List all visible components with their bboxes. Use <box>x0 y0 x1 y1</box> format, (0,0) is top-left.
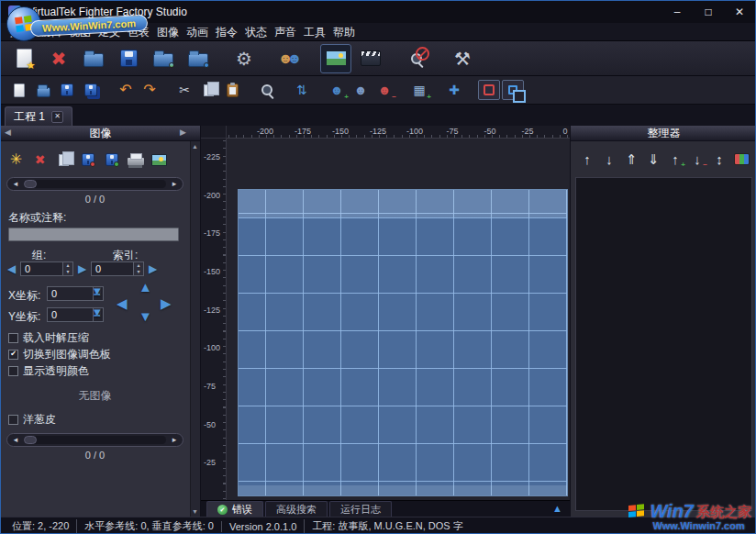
minimize-button[interactable]: – <box>662 1 693 23</box>
save-sprite-button[interactable] <box>77 150 98 170</box>
add-group-button[interactable]: + <box>408 80 430 100</box>
checkbox-box[interactable] <box>8 333 18 343</box>
menu-help[interactable]: 帮助 <box>329 23 359 41</box>
slider-left-button[interactable] <box>9 180 22 188</box>
print-sprite-button[interactable] <box>125 150 146 170</box>
open-files-button[interactable] <box>148 44 179 73</box>
duplicate-sprite-button[interactable] <box>53 150 74 170</box>
tab-close-icon[interactable] <box>51 111 63 123</box>
characters-button[interactable] <box>274 44 306 73</box>
project-tab[interactable]: 工程 1 <box>5 106 72 126</box>
nudge-down-button[interactable] <box>139 309 152 323</box>
move-to-top-button[interactable] <box>622 150 640 168</box>
scroll-up-icon[interactable] <box>552 504 562 514</box>
save-file-button[interactable] <box>56 80 78 100</box>
checkbox-decompress[interactable]: 载入时解压缩 <box>8 331 200 344</box>
menu-view[interactable]: 视图 <box>65 23 94 41</box>
save-sprite-as-button[interactable] <box>101 150 122 170</box>
save-all-button[interactable] <box>80 80 102 100</box>
spinner-arrows[interactable] <box>93 308 103 321</box>
cut-button[interactable] <box>173 80 195 100</box>
organizer-list[interactable] <box>575 177 752 511</box>
search-button[interactable] <box>401 44 432 73</box>
delete-sprite-button[interactable]: − <box>373 80 395 100</box>
slider-right-button[interactable] <box>168 436 181 444</box>
x-spinner[interactable]: 0 <box>47 286 104 301</box>
sprite-canvas[interactable] <box>238 189 568 496</box>
maximize-button[interactable]: □ <box>693 1 724 23</box>
shift-down-button[interactable]: − <box>688 150 706 168</box>
checkbox-transparent[interactable]: 显示透明颜色 <box>8 364 200 377</box>
move-up-button[interactable] <box>578 150 596 168</box>
settings-button[interactable] <box>228 44 260 73</box>
close-button[interactable]: ✕ <box>724 1 755 23</box>
menu-tools[interactable]: 工具 <box>300 23 329 41</box>
group-spinner[interactable]: 0 <box>20 261 73 276</box>
spinner-arrows[interactable] <box>133 262 143 275</box>
spin-down-icon[interactable] <box>63 269 72 275</box>
spin-down-icon[interactable] <box>94 308 101 315</box>
spin-down-icon[interactable] <box>134 269 143 275</box>
save-project-button[interactable] <box>113 44 144 73</box>
scroll-down-icon[interactable] <box>192 508 198 515</box>
checkbox-box-checked[interactable] <box>8 350 18 360</box>
zoom-button[interactable] <box>256 80 278 100</box>
open-project-button[interactable] <box>78 44 109 73</box>
spinner-arrows[interactable] <box>62 262 72 275</box>
spin-down-icon[interactable] <box>94 287 101 294</box>
undo-button[interactable] <box>115 80 137 100</box>
sprite-slider[interactable] <box>6 177 183 191</box>
save-files-button[interactable] <box>183 44 214 73</box>
scroll-up-icon[interactable] <box>192 143 198 150</box>
checkbox-box[interactable] <box>8 366 18 376</box>
overlay-next-button[interactable] <box>502 80 524 100</box>
slider-thumb[interactable] <box>24 436 37 444</box>
overlay-previous-button[interactable] <box>478 80 500 100</box>
checkbox-onion[interactable]: 洋葱皮 <box>8 413 200 426</box>
nudge-left-button[interactable] <box>117 296 128 310</box>
slider-track[interactable] <box>24 180 166 188</box>
tools-button[interactable] <box>447 44 478 73</box>
new-file-button[interactable] <box>8 80 30 100</box>
move-down-button[interactable] <box>600 150 618 168</box>
delete-sprite-button[interactable] <box>29 150 50 170</box>
name-input[interactable] <box>8 228 179 241</box>
checkbox-palette[interactable]: 切换到图像调色板 <box>8 348 200 361</box>
onion-slider[interactable] <box>6 433 183 447</box>
export-image-button[interactable] <box>149 150 170 170</box>
add-sprites-button[interactable] <box>6 150 27 170</box>
slider-left-button[interactable] <box>9 436 22 444</box>
add-sprite-button[interactable]: + <box>326 80 348 100</box>
slider-thumb[interactable] <box>24 180 37 188</box>
menu-palettes[interactable]: 色表 <box>124 23 153 41</box>
y-spinner[interactable]: 0 <box>47 307 104 322</box>
tab-advanced-search[interactable]: 高级搜索 <box>265 501 328 517</box>
menu-animations[interactable]: 动画 <box>183 23 212 41</box>
spin-up-icon[interactable] <box>134 262 143 269</box>
index-spinner[interactable]: 0 <box>91 261 144 276</box>
menu-edit[interactable]: 编辑 <box>36 23 65 41</box>
slider-right-button[interactable] <box>168 180 181 188</box>
slider-track[interactable] <box>24 436 166 444</box>
crosshair-button[interactable] <box>443 80 465 100</box>
close-project-button[interactable] <box>43 44 74 73</box>
redo-button[interactable] <box>139 80 161 100</box>
nudge-right-button[interactable] <box>161 296 172 310</box>
paste-button[interactable] <box>221 80 243 100</box>
tab-run-log[interactable]: 运行日志 <box>329 501 392 517</box>
panel-scrollbar[interactable] <box>190 141 200 517</box>
menu-file[interactable]: 文件 <box>6 23 36 41</box>
organize-palette-button[interactable] <box>732 150 750 168</box>
copy-button[interactable] <box>197 80 219 100</box>
next-group-button[interactable] <box>76 263 88 274</box>
checkbox-box[interactable] <box>8 415 18 425</box>
menu-states[interactable]: 状态 <box>241 23 271 41</box>
sprites-mode-button[interactable] <box>320 44 351 73</box>
shift-up-button[interactable]: + <box>666 150 684 168</box>
menu-sprites[interactable]: 图像 <box>153 23 183 41</box>
replace-sprite-button[interactable] <box>350 80 372 100</box>
menu-commands[interactable]: 指令 <box>212 23 241 41</box>
animations-mode-button[interactable] <box>355 44 386 73</box>
tab-errors[interactable]: 错误 <box>206 501 263 517</box>
spinner-arrows[interactable] <box>93 287 103 300</box>
